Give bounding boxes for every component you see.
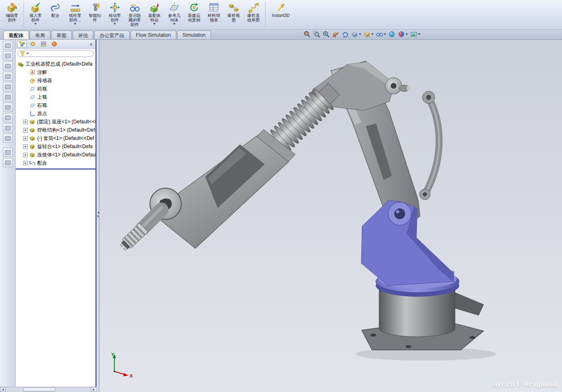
tree-item-sensors[interactable]: 传感器 (16, 76, 95, 85)
side-toolbar-button-12[interactable] (3, 158, 13, 167)
side-toolbar-button-5[interactable] (3, 82, 13, 91)
apply-scene-icon[interactable] (388, 31, 396, 38)
scrollbar-thumb[interactable] (23, 387, 55, 392)
wrist-gripper-part[interactable] (118, 208, 161, 252)
expand-icon[interactable]: + (23, 136, 28, 141)
edit-appearance-icon[interactable] (398, 31, 408, 38)
splitter-handle-icon[interactable] (97, 209, 100, 220)
dropdown-arrow-icon[interactable] (74, 23, 76, 25)
section-view-icon[interactable] (332, 31, 339, 38)
dropdown-arrow-icon[interactable] (114, 23, 116, 25)
toolbar-button-reference-geometry[interactable]: 参考几 何体 (165, 1, 184, 28)
tree-item-mates[interactable]: + 配合 (16, 159, 95, 167)
camera-scene-icon[interactable] (410, 31, 420, 38)
tree-item-annotations[interactable]: 注解 (16, 68, 95, 76)
tree-item-base-component[interactable]: + (固定) 底座<1> (Default<<D (16, 118, 95, 126)
expand-icon[interactable]: + (23, 120, 28, 124)
tree-item-sleeve-component[interactable]: + (-) 套筒<1> (Default<<Def (16, 134, 95, 142)
expand-icon[interactable]: + (23, 128, 28, 132)
explode-line-sketch-icon (248, 2, 259, 13)
zoom-to-fit-icon[interactable] (304, 31, 311, 38)
toolbar-button-bill-of-materials[interactable]: 材料明 细表 (204, 1, 223, 28)
configurationmanager-tab[interactable] (38, 40, 48, 48)
toolbar-button-mate[interactable]: 配合 (46, 1, 65, 28)
tree-item-origin[interactable]: 原点 (16, 109, 95, 118)
zoom-to-area-icon[interactable] (313, 31, 320, 38)
tab-office-products[interactable]: 办公室产品 (94, 31, 130, 39)
side-toolbar-button-2[interactable] (3, 51, 13, 60)
tree-item-rotary-table-component[interactable]: + 旋转台<1> (Default<Defa (16, 142, 95, 151)
toolbar-button-show-hidden-components[interactable]: 显示隐 藏的零 部件 (125, 1, 144, 28)
view-orientation-icon[interactable] (351, 31, 361, 38)
displaymanager-tab[interactable] (49, 40, 59, 48)
expand-icon[interactable]: + (23, 144, 28, 149)
toolbar-button-move-component[interactable]: 移动零 部件 (105, 1, 124, 28)
tree-item-assembly-root[interactable]: 工业机器臂总成 (Default<Defa (16, 60, 95, 68)
side-toolbar-button-9[interactable] (3, 123, 13, 132)
graphics-viewport[interactable]: Y X ayc.cn User upload (100, 40, 562, 392)
connector-bracket-part[interactable] (361, 201, 454, 286)
toolbar-button-explode-line-sketch[interactable]: 爆炸直 线草图 (244, 1, 263, 28)
feature-tree: 工业机器臂总成 (Default<Defa 注解 传感器 (16, 58, 95, 387)
side-toolbar-button-6[interactable] (3, 92, 13, 102)
tree-item-weld-gun-component[interactable]: + 焊枪结构<1> (Default<Defa (16, 126, 95, 134)
tree-pane-splitter[interactable] (16, 168, 95, 170)
robot-arm-model[interactable] (100, 40, 562, 392)
curved-link-part[interactable] (420, 91, 439, 200)
tree-item-label: 右视 (37, 102, 47, 109)
tab-flow-simulation[interactable]: Flow Simulation (130, 31, 176, 39)
tree-item-front-plane[interactable]: 前视 (16, 85, 95, 93)
reference-geometry-icon (169, 2, 180, 13)
dropdown-arrow-icon[interactable] (34, 23, 37, 25)
panel-horizontal-scrollbar[interactable] (0, 387, 97, 392)
tab-assembly[interactable]: 装配体 (3, 31, 29, 39)
hide-show-items-icon[interactable] (376, 31, 386, 38)
tree-item-connector-component[interactable]: + 连接体<1> (Default<Defaul (16, 151, 95, 159)
tab-sketch[interactable]: 草图 (51, 31, 72, 39)
toolbar-button-smart-fasteners[interactable]: 智能扣 件 (85, 1, 104, 28)
panel-tabs-overflow-chevron[interactable]: » (88, 41, 94, 47)
featuremanager-tab[interactable] (17, 40, 27, 48)
forearm-part[interactable] (150, 130, 295, 248)
propertymanager-tab[interactable] (28, 40, 38, 48)
dropdown-arrow-icon[interactable] (371, 33, 374, 35)
display-style-icon[interactable] (363, 31, 374, 38)
rotate-view-icon[interactable] (341, 31, 349, 38)
side-toolbar-button-4[interactable] (3, 72, 13, 81)
toolbar-button-instant3d[interactable]: Instant3D (268, 1, 294, 28)
side-toolbar-button-11[interactable] (3, 148, 13, 157)
expand-icon[interactable]: + (23, 161, 28, 165)
toolbar-button-new-motion-study[interactable]: 新建运 动算例 (185, 1, 204, 28)
tab-evaluate[interactable]: 评估 (73, 31, 93, 39)
side-toolbar-button-1[interactable] (3, 41, 13, 50)
side-toolbar-button-3[interactable] (3, 61, 13, 71)
expand-icon[interactable]: + (23, 153, 28, 157)
filter-dropdown-arrow-icon[interactable] (26, 53, 29, 54)
dropdown-arrow-icon[interactable] (405, 33, 408, 35)
dropdown-arrow-icon[interactable] (173, 23, 175, 25)
panel-splitter[interactable] (97, 40, 100, 392)
tree-item-top-plane[interactable]: 上视 (16, 93, 95, 101)
tree-filter-box[interactable] (17, 50, 94, 57)
tree-item-label: (固定) 底座<1> (Default<<D (37, 118, 95, 125)
toolbar-button-assembly-features[interactable]: 装配体 特征 (145, 1, 164, 28)
dropdown-arrow-icon[interactable] (359, 33, 361, 35)
dropdown-arrow-icon[interactable] (418, 33, 420, 35)
toolbar-button-insert-components[interactable]: 插入零 部件 (26, 1, 45, 28)
edit-component-icon (7, 2, 17, 13)
scroll-right-button[interactable] (91, 387, 97, 392)
tab-layout[interactable]: 布局 (30, 31, 50, 39)
toolbar-button-edit-component[interactable]: 编辑零 部件 (2, 1, 21, 28)
side-toolbar-button-10[interactable] (3, 134, 13, 143)
toolbar-button-exploded-view[interactable]: 爆炸视 图 (224, 1, 243, 28)
toolbar-button-linear-component-pattern[interactable]: 线性零 部件... (66, 1, 85, 28)
dropdown-arrow-icon[interactable] (384, 33, 386, 35)
tree-item-right-plane[interactable]: 右视 (16, 101, 95, 109)
zoom-in-out-icon[interactable] (322, 31, 330, 38)
tab-simulation[interactable]: Simulation (177, 31, 211, 39)
side-toolbar-button-7[interactable] (3, 103, 13, 112)
scroll-left-button[interactable] (0, 387, 6, 392)
side-toolbar-button-8[interactable] (3, 113, 13, 122)
smart-fasteners-icon (90, 2, 100, 13)
dropdown-arrow-icon[interactable] (153, 23, 156, 25)
